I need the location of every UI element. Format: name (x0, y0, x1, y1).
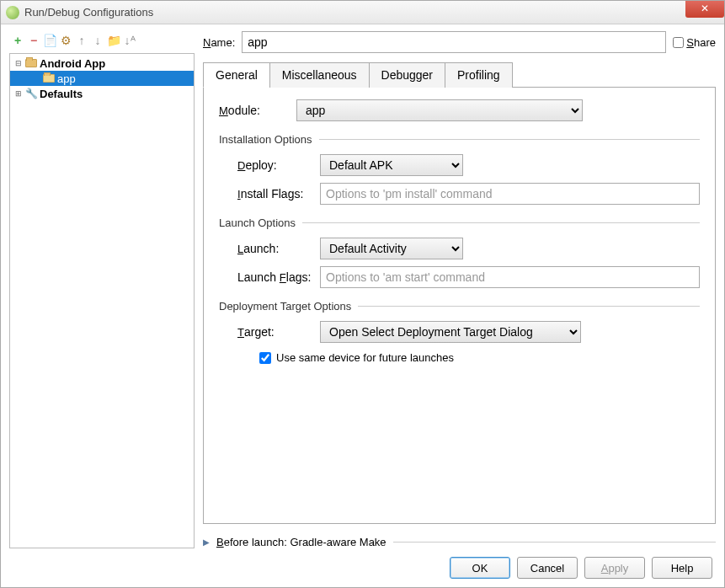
name-input[interactable] (242, 31, 666, 53)
tree-node-app[interactable]: app (10, 71, 194, 86)
ok-button[interactable]: OK (450, 557, 510, 579)
reuse-device-checkbox[interactable] (259, 352, 271, 364)
launch-flags-label: Launch Flags: (237, 270, 312, 284)
module-select[interactable]: app (296, 99, 583, 121)
copy-config-button[interactable]: 📄 (43, 34, 56, 47)
apply-button[interactable]: Apply (584, 557, 645, 579)
tab-bar: General Miscellaneous Debugger Profiling (203, 61, 716, 88)
tab-debugger[interactable]: Debugger (369, 62, 446, 88)
sort-button[interactable]: ↓ᴬ (123, 34, 136, 47)
reuse-device-label: Use same device for future launches (276, 351, 454, 364)
tree-toolbar: + − 📄 ⚙ ↑ ↓ 📁 ↓ᴬ (9, 31, 195, 50)
install-flags-input[interactable] (320, 183, 700, 205)
titlebar: Run/Debug Configurations ✕ (1, 1, 724, 24)
tab-body-general: Module: app Installation Options Deploy:… (203, 88, 716, 524)
deploy-select[interactable]: Default APK (320, 154, 463, 176)
target-label: Target: (237, 325, 312, 339)
launch-label: Launch: (237, 242, 312, 255)
before-launch-section[interactable]: ▶ Before launch: Gradle-aware Make (203, 536, 716, 548)
app-icon (6, 6, 19, 19)
tree-node-label: app (57, 72, 76, 85)
tree-node-label: Defaults (40, 88, 83, 100)
tree-node-label: Android App (40, 57, 105, 70)
name-label: Name: (203, 36, 235, 49)
tab-general[interactable]: General (203, 62, 270, 88)
right-pane: Name: Share General Miscellaneous Debugg… (203, 31, 716, 548)
add-config-button[interactable]: + (11, 34, 24, 47)
launch-flags-input[interactable] (320, 266, 700, 288)
module-label: Module: (219, 104, 288, 117)
target-select[interactable]: Open Select Deployment Target Dialog (320, 321, 581, 343)
move-down-button[interactable]: ↓ (91, 34, 104, 47)
collapse-icon[interactable]: ⊟ (13, 59, 23, 67)
config-tree[interactable]: ⊟ Android App app ⊞ 🔧 Defaults (9, 53, 195, 548)
deploy-label: Deploy: (237, 158, 312, 172)
folder-icon (42, 72, 56, 84)
share-checkbox[interactable] (673, 37, 684, 48)
expand-icon[interactable]: ⊞ (13, 89, 23, 98)
section-launch-options: Launch Options (219, 216, 700, 229)
cancel-button[interactable]: Cancel (517, 557, 578, 579)
folder-button[interactable]: 📁 (107, 34, 120, 47)
tree-node-android-app[interactable]: ⊟ Android App (10, 56, 194, 71)
help-button[interactable]: Help (652, 557, 712, 579)
move-up-button[interactable]: ↑ (75, 34, 88, 47)
share-label: Share (686, 36, 716, 49)
install-flags-label: Install Flags: (237, 187, 312, 200)
edit-defaults-button[interactable]: ⚙ (59, 34, 72, 47)
tab-profiling[interactable]: Profiling (445, 62, 513, 88)
section-deployment-target: Deployment Target Options (219, 300, 700, 313)
close-button[interactable]: ✕ (685, 1, 724, 18)
wrench-icon: 🔧 (24, 88, 38, 99)
folder-icon (24, 57, 38, 69)
dialog-footer: OK Cancel Apply Help (1, 548, 724, 587)
tree-node-defaults[interactable]: ⊞ 🔧 Defaults (10, 86, 194, 101)
remove-config-button[interactable]: − (27, 34, 40, 47)
tab-miscellaneous[interactable]: Miscellaneous (269, 62, 370, 88)
left-pane: + − 📄 ⚙ ↑ ↓ 📁 ↓ᴬ ⊟ Android App app ⊞ 🔧 D… (9, 31, 195, 548)
expand-triangle-icon[interactable]: ▶ (203, 537, 210, 547)
before-launch-label: Before launch: Gradle-aware Make (216, 536, 386, 548)
section-installation-options: Installation Options (219, 133, 700, 146)
launch-select[interactable]: Default Activity (320, 238, 463, 259)
window-title: Run/Debug Configurations (24, 6, 153, 19)
